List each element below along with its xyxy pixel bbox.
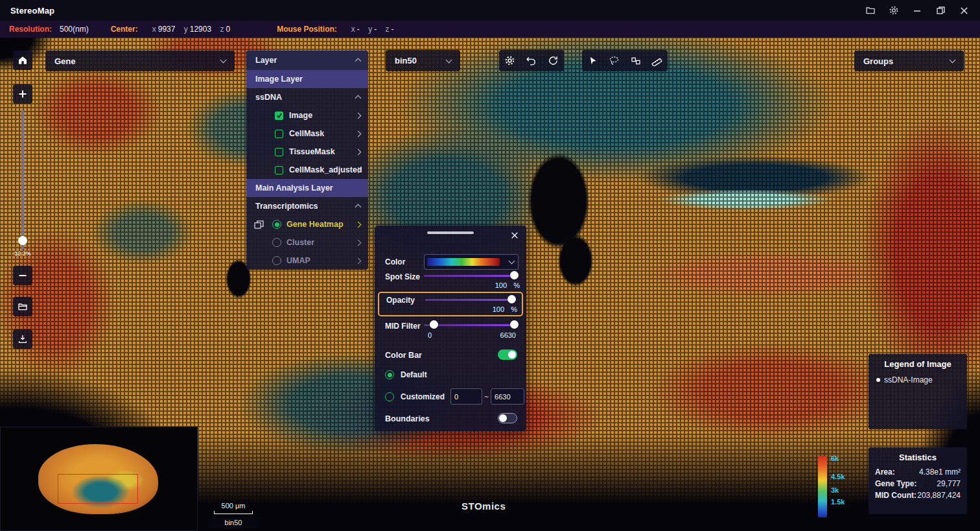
minimize-icon[interactable]	[907, 2, 927, 19]
bin-size-label: bin50	[395, 56, 417, 65]
customized-option-row[interactable]: Customized ~	[375, 388, 526, 405]
close-window-icon[interactable]	[954, 2, 974, 19]
heatmap-canvas[interactable]: 12.2% Gene Layer Image Layer	[0, 38, 980, 531]
titlebar[interactable]: StereoMap	[0, 0, 980, 21]
restore-icon[interactable]	[931, 2, 950, 19]
layer-item-label: Gene Heatmap	[286, 220, 344, 229]
bin-size-dropdown[interactable]: bin50	[386, 50, 460, 71]
layer-item-tissuemask[interactable]: TissueMask	[246, 143, 368, 161]
zoom-percentage: 12.2%	[13, 250, 32, 257]
layer-item-image[interactable]: Image	[246, 106, 368, 124]
toolbar-select	[582, 50, 668, 71]
center-z-axis: z	[220, 25, 224, 34]
drag-handle[interactable]	[427, 231, 474, 234]
zoom-out-button[interactable]	[13, 266, 32, 285]
slider-max-knob[interactable]	[510, 320, 519, 329]
main-analysis-layer-label: Main Analysis Layer	[255, 183, 333, 193]
checkbox-checked-icon[interactable]	[275, 112, 283, 120]
chevron-down-icon	[509, 258, 515, 265]
checkbox-unchecked-icon[interactable]	[275, 166, 283, 174]
layer-item-label: Image	[289, 111, 312, 120]
legend-title: Legend of Image	[869, 354, 967, 373]
image-layer-row[interactable]: Image Layer	[246, 70, 368, 88]
color-bar-toggle[interactable]	[498, 349, 517, 360]
compare-tiles-icon	[631, 56, 641, 66]
statistics-title: Statistics	[869, 447, 967, 466]
transcriptomics-group-row[interactable]: Transcriptomics	[246, 197, 368, 215]
undo-icon	[526, 55, 537, 66]
mouse-z-value: -	[391, 25, 394, 34]
layer-item-umap[interactable]: UMAP	[246, 252, 368, 270]
slider-knob[interactable]	[510, 271, 519, 279]
stat-label: MID Count:	[875, 491, 916, 500]
layer-item-gene-heatmap[interactable]: Gene Heatmap	[246, 215, 368, 233]
layer-item-cluster[interactable]: Cluster	[246, 233, 368, 252]
radio-selected-icon[interactable]	[272, 220, 281, 229]
export-button[interactable]	[13, 329, 32, 349]
colormap-select[interactable]	[424, 254, 519, 270]
layer-item-label: Cluster	[286, 238, 314, 247]
zoom-control: 12.2%	[13, 84, 32, 287]
compare-layout-button[interactable]	[626, 51, 646, 71]
home-button[interactable]	[13, 51, 32, 70]
slider-fill	[424, 275, 517, 277]
window-controls	[861, 2, 974, 19]
minimap[interactable]	[0, 427, 198, 531]
radio-unselected-icon[interactable]	[272, 256, 281, 265]
zoom-slider-track[interactable]	[21, 110, 24, 250]
radio-unselected-icon[interactable]	[272, 238, 281, 247]
chevron-down-icon	[950, 57, 956, 64]
stomics-watermark: STOmics	[461, 501, 506, 512]
stat-value: 4.38e1 mm²	[919, 467, 961, 477]
open-file-button[interactable]	[13, 297, 32, 316]
settings-gear-icon[interactable]	[884, 2, 904, 19]
zoom-slider-knob[interactable]	[18, 236, 27, 245]
opacity-slider[interactable]	[425, 295, 516, 304]
mouse-y-axis: y	[368, 25, 372, 34]
chevron-down-icon	[446, 56, 452, 63]
layer-panel-header[interactable]: Layer	[246, 51, 368, 70]
mid-filter-range-slider[interactable]	[424, 320, 519, 329]
main-analysis-layer-row[interactable]: Main Analysis Layer	[246, 179, 368, 197]
layer-item-label: CellMask_adjusted	[289, 165, 362, 174]
lasso-select-button[interactable]	[605, 51, 624, 71]
undo-button[interactable]	[522, 51, 541, 71]
layer-item-cellmask[interactable]: CellMask	[246, 124, 368, 143]
download-icon	[18, 334, 28, 344]
display-settings-button[interactable]	[500, 51, 520, 71]
select-cursor-button[interactable]	[583, 51, 603, 71]
close-popup-button[interactable]	[509, 230, 520, 241]
bullet-icon	[876, 378, 880, 382]
checkbox-unchecked-icon[interactable]	[275, 130, 283, 138]
slider-min-knob[interactable]	[430, 320, 438, 329]
ssdna-group-row[interactable]: ssDNA	[246, 88, 368, 106]
radio-unselected-icon[interactable]	[385, 392, 394, 401]
gene-dropdown[interactable]: Gene	[45, 51, 235, 71]
boundaries-toggle[interactable]	[498, 413, 517, 423]
colorbar-tick: 6k	[831, 454, 839, 462]
stat-label: Gene Type:	[875, 479, 916, 488]
colorbar-gradient	[818, 456, 827, 517]
slider-knob[interactable]	[508, 295, 516, 303]
chevron-up-icon	[355, 95, 362, 102]
minimap-viewport-rect[interactable]	[58, 474, 138, 504]
chevron-up-icon	[355, 204, 362, 211]
custom-max-input[interactable]	[491, 388, 524, 405]
heatmap-settings-popup: Color Spot Size 100 % Opacity	[375, 226, 526, 431]
refresh-button[interactable]	[543, 51, 563, 71]
default-option-row[interactable]: Default	[375, 368, 526, 381]
measure-button[interactable]	[648, 51, 667, 71]
groups-dropdown[interactable]: Groups	[854, 51, 964, 71]
zoom-in-button[interactable]	[13, 84, 32, 104]
spot-size-slider[interactable]	[424, 271, 519, 280]
legend-item-ssdna-image[interactable]: ssDNA-Image	[869, 373, 967, 387]
open-folder-icon[interactable]	[861, 2, 880, 19]
range-separator: ~	[484, 392, 489, 401]
chevron-right-icon	[355, 130, 362, 137]
radio-selected-icon[interactable]	[385, 370, 394, 379]
checkbox-unchecked-icon[interactable]	[275, 148, 283, 156]
custom-min-input[interactable]	[450, 388, 482, 405]
layer-item-cellmask-adjusted[interactable]: CellMask_adjusted	[246, 161, 368, 179]
chevron-right-icon	[355, 148, 362, 155]
opacity-row-highlight: Opacity 100 %	[378, 292, 523, 316]
